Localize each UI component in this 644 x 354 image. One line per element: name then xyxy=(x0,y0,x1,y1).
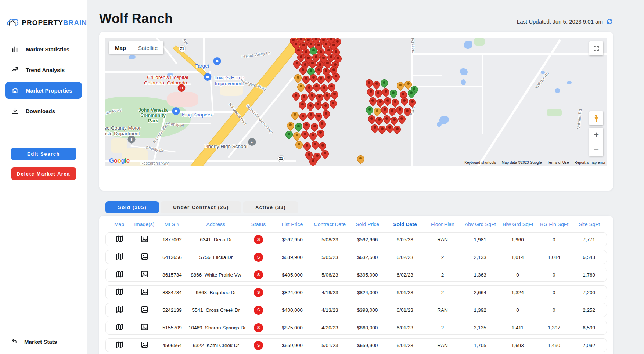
property-marker-sold[interactable] xyxy=(371,124,378,132)
row-image-icon[interactable] xyxy=(140,323,149,331)
refresh-icon[interactable] xyxy=(606,18,613,25)
property-marker-sold[interactable] xyxy=(319,142,326,150)
column-header-address[interactable]: Address xyxy=(188,221,243,227)
property-marker-under-contract[interactable] xyxy=(374,108,381,115)
shop-poi-pin[interactable] xyxy=(213,57,221,65)
attribution-item[interactable]: Keyboard shortcuts xyxy=(464,160,496,165)
property-marker-sold[interactable] xyxy=(312,141,319,148)
fullscreen-button[interactable] xyxy=(589,41,603,55)
property-marker-under-contract[interactable] xyxy=(287,122,294,129)
property-marker-sold[interactable] xyxy=(302,76,310,83)
property-marker-under-contract[interactable] xyxy=(357,155,364,163)
property-marker-sold[interactable] xyxy=(392,99,399,106)
property-marker-sold[interactable] xyxy=(310,74,317,82)
property-marker-sold[interactable] xyxy=(396,106,403,114)
row-map-icon[interactable] xyxy=(115,270,124,278)
attribution-item[interactable]: Report a map error xyxy=(575,160,605,165)
property-marker-sold[interactable] xyxy=(292,92,300,100)
column-header-abv-grd-sqft[interactable]: Abv Grd SqFt xyxy=(461,221,499,227)
row-image-icon[interactable] xyxy=(140,270,149,278)
row-image-icon[interactable] xyxy=(140,288,149,296)
property-marker-active[interactable] xyxy=(390,90,397,97)
property-marker-active[interactable] xyxy=(295,123,302,130)
property-marker-sold[interactable] xyxy=(328,83,335,91)
property-marker-sold[interactable] xyxy=(367,88,374,96)
property-marker-sold[interactable] xyxy=(384,97,391,105)
property-marker-under-contract[interactable] xyxy=(293,132,301,140)
property-marker-sold[interactable] xyxy=(386,124,393,132)
zoom-out-button[interactable]: − xyxy=(589,142,603,156)
property-marker-sold[interactable] xyxy=(317,76,325,83)
tab-under-contract-26[interactable]: Under Contract (26) xyxy=(161,201,241,213)
row-map-icon[interactable] xyxy=(115,305,124,314)
property-marker-sold[interactable] xyxy=(398,115,406,123)
property-marker-sold[interactable] xyxy=(319,120,326,128)
property-marker-sold[interactable] xyxy=(325,74,332,82)
property-marker-sold[interactable] xyxy=(366,79,373,87)
property-marker-sold[interactable] xyxy=(389,108,396,115)
column-header-status[interactable]: Status xyxy=(243,221,273,227)
property-marker-sold[interactable] xyxy=(321,150,329,158)
sidebar-item-downloads[interactable]: Downloads xyxy=(0,101,87,121)
property-marker-sold[interactable] xyxy=(369,97,377,105)
property-marker-sold[interactable] xyxy=(373,81,380,88)
property-marker-sold[interactable] xyxy=(332,73,340,80)
row-map-icon[interactable] xyxy=(115,323,124,331)
property-marker-sold[interactable] xyxy=(322,102,329,110)
property-marker-sold[interactable] xyxy=(375,117,383,124)
row-image-icon[interactable] xyxy=(140,340,149,349)
property-marker-sold[interactable] xyxy=(409,99,416,106)
property-marker-active[interactable] xyxy=(366,106,373,114)
property-marker-under-contract[interactable] xyxy=(291,112,299,119)
table-row[interactable]: 515570910469 Sharon Springs DrS$875,0004… xyxy=(105,321,607,335)
market-stats-back-link[interactable]: Market Stats xyxy=(11,337,57,346)
tab-sold-305[interactable]: Sold (305) xyxy=(105,201,159,213)
table-row[interactable]: 18770626341 Deco DrS$592,9505/08/23$592,… xyxy=(105,232,607,246)
hospital-poi-pin[interactable]: H xyxy=(178,84,186,92)
property-marker-sold[interactable] xyxy=(377,99,384,106)
property-marker-sold[interactable] xyxy=(316,94,323,101)
sidebar-item-market-statistics[interactable]: Market Statistics xyxy=(0,39,87,59)
table-row[interactable]: 64136565756 Flicka DrS$639,9005/05/23$63… xyxy=(105,250,607,264)
property-marker-active[interactable] xyxy=(285,131,293,138)
property-marker-sold[interactable] xyxy=(315,66,322,74)
column-header-mls[interactable]: MLS # xyxy=(155,221,188,227)
property-marker-sold[interactable] xyxy=(299,66,307,74)
property-marker-sold[interactable] xyxy=(393,126,401,133)
property-marker-sold[interactable] xyxy=(309,132,317,140)
property-marker-sold[interactable] xyxy=(308,92,316,100)
table-row[interactable]: 86157348866 White Prairie VwS$405,0005/0… xyxy=(105,268,607,282)
map-type-map-button[interactable]: Map xyxy=(109,45,132,51)
tab-active-33[interactable]: Active (33) xyxy=(243,201,298,213)
property-marker-sold[interactable] xyxy=(383,115,391,123)
property-marker-sold[interactable] xyxy=(323,92,331,100)
map-canvas[interactable]: Ave21Fraser Valley LnTargetChildren's Ho… xyxy=(105,38,607,166)
property-marker-active[interactable] xyxy=(381,79,388,87)
cart-poi-pin[interactable] xyxy=(172,107,180,115)
property-marker-sold[interactable] xyxy=(303,122,310,129)
property-marker-under-contract[interactable] xyxy=(295,141,303,148)
property-marker-sold[interactable] xyxy=(391,117,398,124)
museum-poi-pin[interactable]: ▮ xyxy=(127,136,135,143)
shop-poi-pin[interactable] xyxy=(204,73,212,81)
property-marker-under-contract[interactable] xyxy=(397,82,404,89)
sidebar-item-trend-analysis[interactable]: Trend Analysis xyxy=(0,59,87,80)
table-row[interactable]: 52421395541 Cross Creek DrS$400,0004/13/… xyxy=(105,303,607,317)
property-marker-sold[interactable] xyxy=(301,131,309,138)
property-marker-sold[interactable] xyxy=(313,83,320,91)
property-marker-sold[interactable] xyxy=(404,108,411,115)
map-type-satellite-button[interactable]: Satellite xyxy=(132,45,163,51)
property-marker-sold[interactable] xyxy=(378,126,386,133)
property-marker-sold[interactable] xyxy=(305,84,313,92)
property-marker-under-contract[interactable] xyxy=(297,83,305,91)
property-marker-sold[interactable] xyxy=(381,106,388,114)
row-map-icon[interactable] xyxy=(115,288,124,296)
property-marker-sold[interactable] xyxy=(401,97,408,105)
column-header-blw-grd-sqft[interactable]: Blw Grd SqFt xyxy=(499,221,536,227)
row-image-icon[interactable] xyxy=(140,305,149,314)
property-marker-sold[interactable] xyxy=(331,91,338,98)
sidebar-item-market-properties[interactable]: Market Properties xyxy=(5,82,82,99)
table-row[interactable]: 45065649322 Kathi Creek DrS$659,9005/01/… xyxy=(105,338,607,352)
column-header-list-price[interactable]: List Price xyxy=(273,221,311,227)
property-marker-sold[interactable] xyxy=(320,84,328,92)
